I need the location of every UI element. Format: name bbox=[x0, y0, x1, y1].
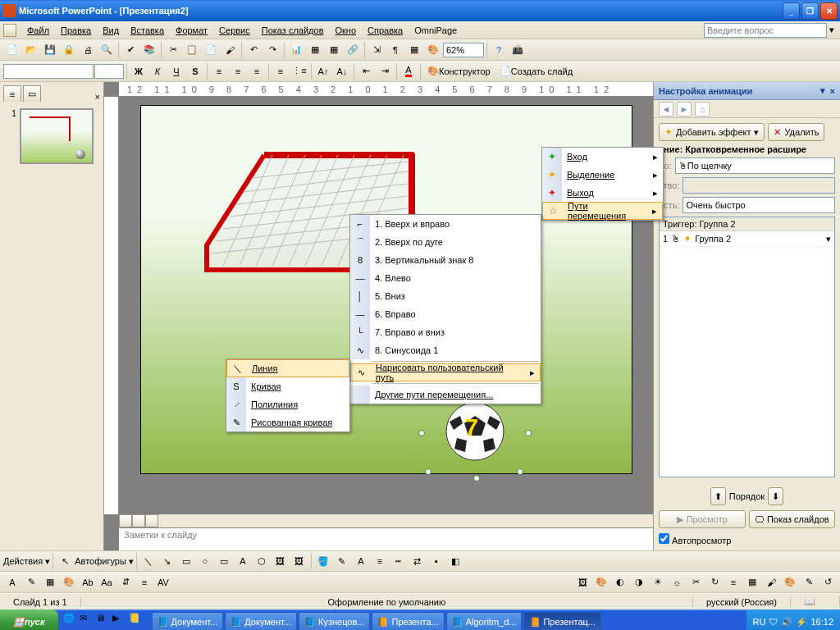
maximize-button[interactable]: ❐ bbox=[801, 2, 819, 20]
autoshapes-menu[interactable]: Автофигуры ▾ bbox=[75, 556, 134, 567]
font-color-icon2[interactable]: A bbox=[352, 552, 370, 570]
path-left[interactable]: —4. Влево bbox=[350, 269, 541, 287]
format-wordart-icon[interactable]: 🎨 bbox=[60, 573, 78, 591]
path-sine[interactable]: ∿8. Синусоида 1 bbox=[350, 341, 541, 359]
zoom-combo[interactable]: 62% bbox=[443, 43, 484, 57]
same-height-icon[interactable]: Aa bbox=[98, 573, 116, 591]
outline-tab[interactable]: ≡ bbox=[3, 85, 21, 102]
bold-icon[interactable]: Ж bbox=[130, 62, 148, 80]
format-painter-icon[interactable]: 🖌 bbox=[221, 41, 239, 59]
undo-icon[interactable]: ↶ bbox=[244, 41, 262, 59]
increase-font-icon[interactable]: A↑ bbox=[314, 62, 332, 80]
italic-icon[interactable]: К bbox=[148, 62, 167, 80]
custom-line[interactable]: ＼Линия bbox=[226, 359, 349, 377]
table-icon[interactable]: ▦ bbox=[306, 41, 324, 59]
hyperlink-icon[interactable]: 🔗 bbox=[344, 41, 362, 59]
save-icon[interactable]: 💾 bbox=[41, 41, 59, 59]
selection-handle[interactable] bbox=[418, 430, 425, 436]
animation-list[interactable]: Триггер: Группа 2 1🖱✦Группа 2▾ bbox=[659, 217, 835, 477]
menu-item-entrance[interactable]: ✦ Вход▸ bbox=[542, 148, 663, 166]
path-right[interactable]: —6. Вправо bbox=[350, 305, 541, 323]
doc-control-icon[interactable] bbox=[3, 24, 16, 37]
menu-file[interactable]: Файл bbox=[21, 24, 55, 37]
picture-icon[interactable]: 🖼 bbox=[290, 552, 308, 570]
pic-color-icon[interactable]: 🎨 bbox=[592, 573, 610, 591]
decrease-font-icon[interactable]: A↓ bbox=[333, 62, 351, 80]
dash-style-icon[interactable]: ┅ bbox=[390, 552, 408, 570]
increase-indent-icon[interactable]: ⇥ bbox=[376, 62, 394, 80]
expand-icon[interactable]: ⇲ bbox=[368, 41, 386, 59]
custom-scribble[interactable]: ✎Рисованная кривая bbox=[226, 413, 349, 431]
wordart-icon[interactable]: A bbox=[234, 552, 252, 570]
pic-reset-icon[interactable]: ↺ bbox=[819, 573, 837, 591]
task-ppt1[interactable]: 📙 Презента... bbox=[372, 612, 444, 630]
ql-mail-icon[interactable]: ✉ bbox=[80, 613, 94, 630]
taskpane-home-icon[interactable]: ⌂ bbox=[695, 102, 710, 116]
select-icon[interactable]: ↖ bbox=[56, 552, 74, 570]
menu-help[interactable]: Справка bbox=[362, 24, 409, 37]
pic-compress-icon[interactable]: ▦ bbox=[743, 573, 761, 591]
align-center-icon[interactable]: ≡ bbox=[229, 62, 247, 80]
new-slide-button[interactable]: 📄 Создать слайд bbox=[495, 62, 577, 80]
print-icon[interactable]: 🖨 bbox=[79, 41, 97, 59]
path-figure8[interactable]: 83. Вертикальный знак 8 bbox=[350, 251, 541, 269]
close-button[interactable]: ✕ bbox=[820, 2, 838, 20]
path-down[interactable]: │5. Вниз bbox=[350, 287, 541, 305]
clipart-icon[interactable]: 🖼 bbox=[272, 552, 290, 570]
grid-icon[interactable]: ▦ bbox=[405, 41, 423, 59]
cut-icon[interactable]: ✂ bbox=[164, 41, 182, 59]
chart-icon[interactable]: 📊 bbox=[287, 41, 305, 59]
path-down-right[interactable]: └7. Вправо и вниз bbox=[350, 323, 541, 341]
pic-format-icon[interactable]: 🎨 bbox=[781, 573, 799, 591]
shadow-style-icon[interactable]: ▪ bbox=[427, 552, 445, 570]
fontsize-combo[interactable] bbox=[94, 64, 124, 79]
tray-lang[interactable]: RU bbox=[753, 617, 766, 627]
align-left-icon[interactable]: ≡ bbox=[210, 62, 228, 80]
autopreview-checkbox[interactable]: Автопросмотр bbox=[659, 533, 835, 546]
font-combo[interactable] bbox=[3, 64, 94, 79]
reorder-up-icon[interactable]: ⬆ bbox=[710, 487, 726, 505]
add-effect-button[interactable]: ✦Добавить эффект ▾ bbox=[659, 123, 765, 141]
selection-handle[interactable] bbox=[473, 475, 480, 482]
underline-icon[interactable]: Ч bbox=[167, 62, 185, 80]
pic-line-icon[interactable]: ≡ bbox=[724, 573, 742, 591]
line-color-icon[interactable]: ✎ bbox=[333, 552, 351, 570]
permission-icon[interactable]: 🔒 bbox=[60, 41, 78, 59]
designer-button[interactable]: 🎨 Конструктор bbox=[423, 62, 495, 80]
insert-wordart-icon[interactable]: A bbox=[3, 573, 21, 591]
ql-ie-icon[interactable]: 🌐 bbox=[63, 613, 78, 630]
path-up-right[interactable]: ⌐1. Вверх и вправо bbox=[350, 215, 541, 233]
pic-less-contrast-icon[interactable]: ◑ bbox=[630, 573, 648, 591]
pane-close-icon[interactable]: × bbox=[95, 92, 100, 102]
task-word4[interactable]: 📘 Algoritm_d... bbox=[446, 612, 523, 630]
preview-button[interactable]: ▶ Просмотр bbox=[659, 510, 746, 528]
slide-thumbnail[interactable]: 1 bbox=[7, 108, 97, 164]
start-combo[interactable]: 🖱 По щелчку bbox=[675, 158, 835, 174]
gallery-icon[interactable]: ▦ bbox=[41, 573, 59, 591]
start-button[interactable]: 🪟 пуск bbox=[0, 609, 58, 630]
diagram-icon[interactable]: ⬡ bbox=[253, 552, 271, 570]
system-tray[interactable]: RU 🛡 🔊 ⚡ 16:12 bbox=[746, 609, 840, 630]
redo-icon[interactable]: ↷ bbox=[263, 41, 281, 59]
new-icon[interactable]: 📄 bbox=[3, 41, 21, 59]
pic-less-bright-icon[interactable]: ☼ bbox=[668, 573, 686, 591]
pic-recolor-icon[interactable]: 🖌 bbox=[762, 573, 780, 591]
property-combo[interactable] bbox=[682, 177, 835, 194]
reorder-down-icon[interactable]: ⬇ bbox=[768, 487, 783, 505]
minimize-button[interactable]: _ bbox=[783, 2, 800, 20]
tray-icon[interactable]: 🛡 bbox=[769, 617, 778, 627]
scan-icon[interactable]: 📠 bbox=[509, 41, 527, 59]
menu-slideshow[interactable]: Показ слайдов bbox=[256, 24, 330, 37]
tables-borders-icon[interactable]: ▦ bbox=[325, 41, 343, 59]
task-word2[interactable]: 📘 Документ... bbox=[225, 612, 297, 630]
ql-media-icon[interactable]: ▶ bbox=[112, 613, 127, 630]
textbox-icon[interactable]: ▭ bbox=[215, 552, 233, 570]
remove-effect-button[interactable]: ✕Удалить bbox=[768, 123, 824, 141]
task-word3[interactable]: 📘 Кузнецов... bbox=[299, 612, 370, 630]
menu-item-exit[interactable]: ✦ Выход▸ bbox=[542, 184, 663, 202]
copy-icon[interactable]: 📋 bbox=[183, 41, 201, 59]
menu-item-emphasis[interactable]: ✦ Выделение▸ bbox=[542, 166, 663, 184]
custom-curve[interactable]: SКривая bbox=[226, 377, 349, 395]
line-style-icon[interactable]: ≡ bbox=[371, 552, 389, 570]
pic-insert-icon[interactable]: 🖼 bbox=[573, 573, 591, 591]
